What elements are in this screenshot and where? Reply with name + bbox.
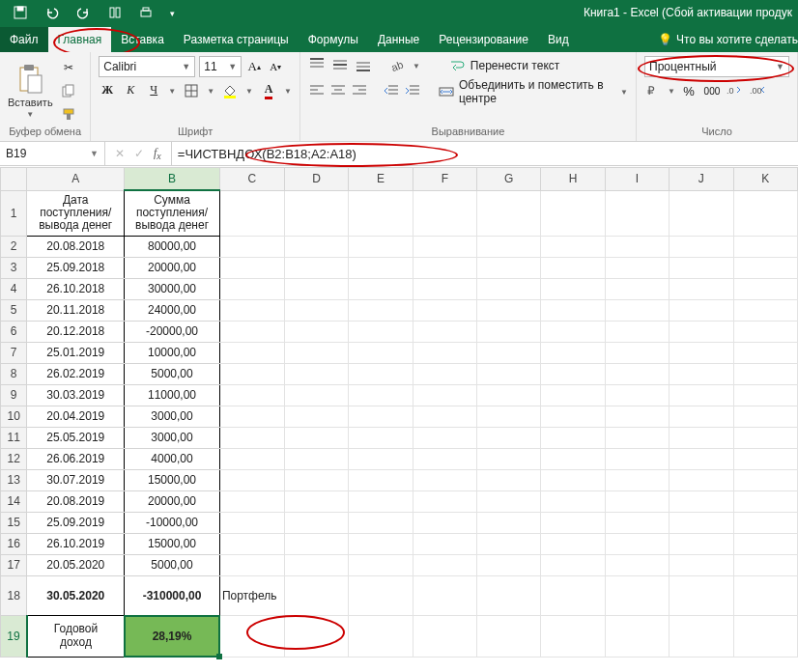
cell-empty[interactable] [219, 190, 284, 236]
cell-empty[interactable] [284, 427, 348, 448]
cell-A6[interactable]: 20.12.2018 [27, 321, 125, 342]
cell-empty[interactable] [476, 427, 540, 448]
cell-empty[interactable] [284, 299, 348, 321]
cell-empty[interactable] [733, 384, 798, 406]
cell-empty[interactable] [349, 342, 413, 363]
cut-icon[interactable]: ✂ [59, 58, 78, 77]
worksheet-grid[interactable]: ABCDEFGHIJK1Дата поступления/вывода дене… [0, 167, 798, 672]
cell-empty[interactable] [413, 236, 476, 257]
cell-A11[interactable]: 25.05.2019 [27, 427, 125, 448]
cell-empty[interactable] [541, 342, 605, 363]
cell-empty[interactable] [541, 615, 605, 657]
column-header-E[interactable]: E [349, 168, 413, 191]
borders-icon[interactable] [182, 81, 201, 100]
cell-empty[interactable] [733, 554, 798, 575]
cell-empty[interactable] [733, 278, 798, 299]
cell-empty[interactable] [541, 384, 605, 406]
cell-A14[interactable]: 20.08.2019 [27, 490, 125, 512]
cell-empty[interactable] [284, 490, 348, 512]
cell-empty[interactable] [541, 512, 605, 533]
row-header-7[interactable]: 7 [1, 342, 27, 363]
cell-empty[interactable] [219, 490, 284, 512]
cell-empty[interactable] [541, 278, 605, 299]
cell-empty[interactable] [284, 236, 348, 257]
column-header-G[interactable]: G [476, 168, 540, 191]
cell-empty[interactable] [413, 554, 476, 575]
cell-empty[interactable] [541, 448, 605, 469]
cell-empty[interactable] [219, 615, 284, 657]
cell-empty[interactable] [219, 406, 284, 427]
column-header-C[interactable]: C [219, 168, 284, 191]
cell-B2[interactable]: 80000,00 [125, 236, 220, 257]
cell-empty[interactable] [541, 490, 605, 512]
cell-empty[interactable] [413, 342, 476, 363]
formula-bar-input[interactable]: =ЧИСТВНДОХ(B2:B18;A2:A18) [172, 142, 798, 165]
cell-empty[interactable] [476, 490, 540, 512]
row-header-5[interactable]: 5 [1, 299, 27, 321]
save-icon[interactable] [14, 6, 27, 22]
cell-empty[interactable] [476, 190, 540, 236]
cell-empty[interactable] [476, 406, 540, 427]
row-header-17[interactable]: 17 [1, 554, 27, 575]
cell-empty[interactable] [605, 448, 669, 469]
cell-A10[interactable]: 20.04.2019 [27, 406, 125, 427]
cell-empty[interactable] [349, 321, 413, 342]
select-all-corner[interactable] [1, 168, 27, 191]
cell-empty[interactable] [605, 575, 669, 615]
cell-C18[interactable]: Портфель [219, 575, 284, 615]
cell-empty[interactable] [349, 406, 413, 427]
cell-empty[interactable] [670, 299, 733, 321]
cell-A4[interactable]: 26.10.2018 [27, 278, 125, 299]
cell-empty[interactable] [670, 321, 733, 342]
cell-empty[interactable] [476, 615, 540, 657]
cell-empty[interactable] [605, 533, 669, 554]
cell-empty[interactable] [413, 490, 476, 512]
cell-empty[interactable] [476, 575, 540, 615]
cell-empty[interactable] [670, 490, 733, 512]
fill-color-icon[interactable] [220, 81, 240, 100]
cell-empty[interactable] [670, 363, 733, 384]
cell-empty[interactable] [670, 615, 733, 657]
increase-indent-icon[interactable] [404, 83, 421, 100]
cell-B5[interactable]: 24000,00 [125, 299, 220, 321]
cell-empty[interactable] [349, 448, 413, 469]
cell-B9[interactable]: 11000,00 [125, 384, 220, 406]
tab-file[interactable]: Файл [0, 27, 48, 52]
cell-empty[interactable] [476, 469, 540, 490]
cell-B16[interactable]: 15000,00 [125, 533, 220, 554]
row-header-14[interactable]: 14 [1, 490, 27, 512]
cell-empty[interactable] [605, 427, 669, 448]
cell-empty[interactable] [219, 236, 284, 257]
cell-empty[interactable] [605, 190, 669, 236]
bold-button[interactable]: Ж [99, 81, 116, 98]
cell-empty[interactable] [605, 554, 669, 575]
cell-empty[interactable] [219, 384, 284, 406]
cell-empty[interactable] [349, 299, 413, 321]
cell-empty[interactable] [541, 363, 605, 384]
wrap-text-button[interactable]: Перенести текст [470, 59, 559, 72]
row-header-15[interactable]: 15 [1, 512, 27, 533]
cell-empty[interactable] [670, 512, 733, 533]
cell-A8[interactable]: 26.02.2019 [27, 363, 125, 384]
cell-A2[interactable]: 20.08.2018 [27, 236, 125, 257]
cell-A15[interactable]: 25.09.2019 [27, 512, 125, 533]
align-left-icon[interactable] [308, 83, 326, 100]
align-middle-icon[interactable] [331, 57, 351, 74]
cell-empty[interactable] [733, 469, 798, 490]
cell-empty[interactable] [349, 190, 413, 236]
cell-empty[interactable] [733, 257, 798, 278]
cell-empty[interactable] [605, 490, 669, 512]
cell-empty[interactable] [349, 363, 413, 384]
cell-empty[interactable] [670, 575, 733, 615]
row-header-11[interactable]: 11 [1, 427, 27, 448]
cell-empty[interactable] [670, 533, 733, 554]
cell-empty[interactable] [284, 448, 348, 469]
row-header-18[interactable]: 18 [1, 575, 27, 615]
row-header-8[interactable]: 8 [1, 363, 27, 384]
cell-empty[interactable] [733, 363, 798, 384]
cell-empty[interactable] [219, 342, 284, 363]
name-box[interactable]: B19▼ [0, 142, 105, 165]
cell-empty[interactable] [284, 321, 348, 342]
cell-empty[interactable] [284, 533, 348, 554]
cell-B11[interactable]: 3000,00 [125, 427, 220, 448]
